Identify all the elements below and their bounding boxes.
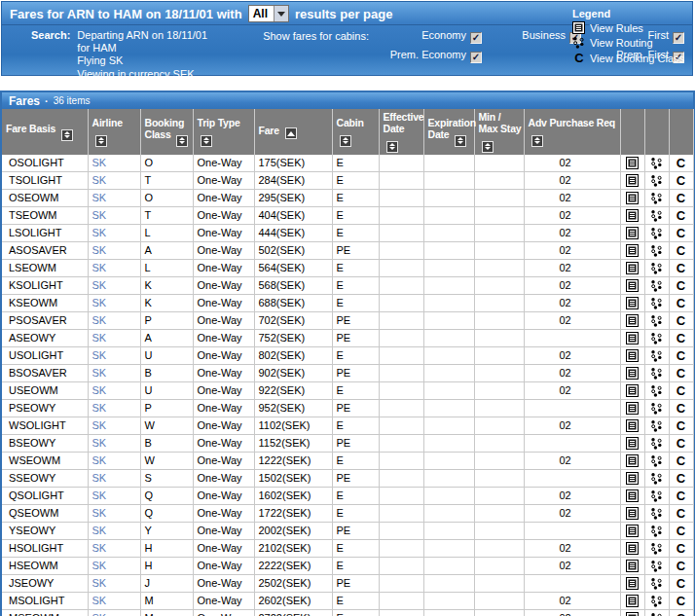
view-booking-class-button[interactable]: C xyxy=(669,522,693,539)
view-routing-button[interactable] xyxy=(644,557,669,574)
column-header-expiration-date[interactable]: Expiration Date xyxy=(423,109,474,155)
view-rules-button[interactable] xyxy=(620,469,644,487)
view-booking-class-button[interactable]: C xyxy=(669,434,693,452)
view-booking-class-button[interactable]: C xyxy=(669,417,693,434)
view-booking-class-button[interactable]: C xyxy=(669,557,693,574)
view-booking-class-button[interactable]: C xyxy=(669,259,693,276)
column-header-trip-type[interactable]: Trip Type xyxy=(193,109,254,155)
sort-both-icon[interactable] xyxy=(386,141,398,153)
cell-airline[interactable]: SK xyxy=(88,364,140,381)
view-routing-button[interactable] xyxy=(644,346,669,364)
view-routing-button[interactable] xyxy=(644,592,669,609)
view-rules-button[interactable] xyxy=(620,224,644,241)
sort-both-icon[interactable] xyxy=(455,135,466,147)
column-header-fare[interactable]: Fare xyxy=(254,109,332,155)
cell-airline[interactable]: SK xyxy=(88,381,140,399)
column-header-adv-purchase-req[interactable]: Adv Purchase Req xyxy=(524,109,620,155)
view-booking-class-button[interactable]: C xyxy=(669,469,693,487)
cell-airline[interactable]: SK xyxy=(88,469,140,487)
column-header-min-max-stay[interactable]: Min / Max Stay xyxy=(474,109,524,155)
cell-airline[interactable]: SK xyxy=(88,592,140,609)
view-rules-button[interactable] xyxy=(620,346,644,364)
cell-airline[interactable]: SK xyxy=(88,487,140,504)
view-booking-class-button[interactable]: C xyxy=(669,171,693,189)
view-booking-class-button[interactable]: C xyxy=(669,592,693,609)
cell-airline[interactable]: SK xyxy=(88,522,140,539)
view-routing-button[interactable] xyxy=(644,155,669,172)
sort-both-icon[interactable] xyxy=(61,129,73,141)
view-routing-button[interactable] xyxy=(644,171,669,189)
view-booking-class-button[interactable]: C xyxy=(669,574,693,592)
view-routing-button[interactable] xyxy=(644,364,669,381)
view-rules-button[interactable] xyxy=(620,294,644,311)
cell-airline[interactable]: SK xyxy=(88,171,140,189)
view-rules-button[interactable] xyxy=(620,206,644,224)
view-booking-class-button[interactable]: C xyxy=(669,155,693,172)
view-routing-button[interactable] xyxy=(644,522,669,539)
view-rules-button[interactable] xyxy=(620,417,644,434)
sort-both-icon[interactable] xyxy=(201,135,212,147)
view-booking-class-button[interactable]: C xyxy=(669,381,693,399)
view-rules-button[interactable] xyxy=(620,487,644,504)
view-routing-button[interactable] xyxy=(644,276,669,294)
cell-airline[interactable]: SK xyxy=(88,434,140,452)
view-booking-class-button[interactable]: C xyxy=(669,487,693,504)
cell-airline[interactable]: SK xyxy=(88,155,140,172)
view-rules-button[interactable] xyxy=(620,609,644,616)
view-routing-button[interactable] xyxy=(644,487,669,504)
view-rules-button[interactable] xyxy=(620,276,644,294)
cell-airline[interactable]: SK xyxy=(88,241,140,259)
cabin-checkbox-economy[interactable]: ✓ xyxy=(470,32,482,44)
view-rules-button[interactable] xyxy=(620,241,644,259)
cell-airline[interactable]: SK xyxy=(88,346,140,364)
view-booking-class-button[interactable]: C xyxy=(669,609,693,616)
view-rules-button[interactable] xyxy=(620,522,644,539)
view-routing-button[interactable] xyxy=(644,469,669,487)
view-booking-class-button[interactable]: C xyxy=(669,452,693,469)
view-routing-button[interactable] xyxy=(644,294,669,311)
view-rules-button[interactable] xyxy=(620,434,644,452)
cell-airline[interactable]: SK xyxy=(88,609,140,616)
column-header-effective-date[interactable]: Effective Date xyxy=(379,109,423,155)
cell-airline[interactable]: SK xyxy=(88,504,140,522)
view-rules-button[interactable] xyxy=(620,504,644,522)
cell-airline[interactable]: SK xyxy=(88,574,140,592)
view-routing-button[interactable] xyxy=(644,574,669,592)
sort-both-icon[interactable] xyxy=(531,135,543,147)
view-booking-class-button[interactable]: C xyxy=(669,189,693,206)
view-rules-button[interactable] xyxy=(620,364,644,381)
cell-airline[interactable]: SK xyxy=(88,189,140,206)
view-routing-button[interactable] xyxy=(644,417,669,434)
view-routing-button[interactable] xyxy=(644,206,669,224)
view-booking-class-button[interactable]: C xyxy=(669,346,693,364)
view-booking-class-button[interactable]: C xyxy=(669,504,693,522)
view-routing-button[interactable] xyxy=(644,609,669,616)
view-rules-button[interactable] xyxy=(620,452,644,469)
cell-airline[interactable]: SK xyxy=(88,399,140,417)
view-rules-button[interactable] xyxy=(620,399,644,417)
view-booking-class-button[interactable]: C xyxy=(669,276,693,294)
view-rules-button[interactable] xyxy=(620,592,644,609)
view-rules-button[interactable] xyxy=(620,557,644,574)
view-rules-button[interactable] xyxy=(620,574,644,592)
view-booking-class-button[interactable]: C xyxy=(669,224,693,241)
view-booking-class-button[interactable]: C xyxy=(669,241,693,259)
column-header-cabin[interactable]: Cabin xyxy=(332,109,379,155)
view-rules-button[interactable] xyxy=(620,259,644,276)
view-routing-button[interactable] xyxy=(644,539,669,557)
view-routing-button[interactable] xyxy=(644,241,669,259)
sort-asc-icon[interactable] xyxy=(285,127,297,139)
cell-airline[interactable]: SK xyxy=(88,206,140,224)
view-booking-class-button[interactable]: C xyxy=(669,206,693,224)
view-booking-class-button[interactable]: C xyxy=(669,294,693,311)
select-dropdown-arrow-icon[interactable] xyxy=(274,6,288,21)
view-rules-button[interactable] xyxy=(620,539,644,557)
results-per-page-select[interactable]: All xyxy=(248,5,289,22)
view-booking-class-button[interactable]: C xyxy=(669,311,693,329)
cell-airline[interactable]: SK xyxy=(88,539,140,557)
view-routing-button[interactable] xyxy=(644,504,669,522)
cabin-checkbox-prem-economy[interactable]: ✓ xyxy=(470,52,482,63)
view-booking-class-button[interactable]: C xyxy=(669,399,693,417)
view-routing-button[interactable] xyxy=(644,399,669,417)
cell-airline[interactable]: SK xyxy=(88,329,140,346)
